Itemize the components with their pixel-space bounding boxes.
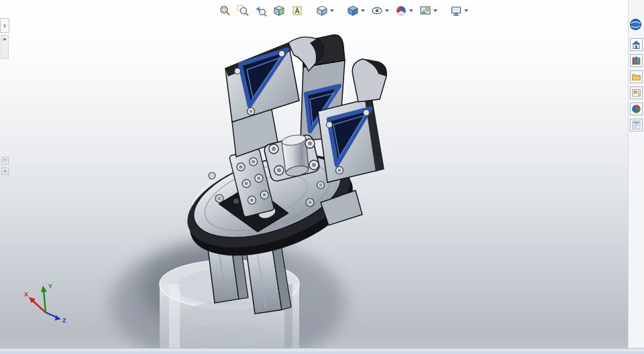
edit-appearance-button[interactable] [392,3,416,19]
zoom-to-area-icon [237,5,249,17]
display-style-button[interactable] [344,3,368,19]
view-orientation-icon [316,5,328,17]
viewport-3d[interactable]: X Y Z [0,0,644,354]
view-palette-icon [631,88,641,98]
expand-chevron-icon: › [3,21,6,30]
edit-appearance-dropdown[interactable] [409,9,413,12]
task-pane-toolbar [628,0,644,354]
dynamic-annotation-views-icon [291,5,303,17]
apply-scene-dropdown[interactable] [433,9,437,12]
file-explorer-button[interactable] [630,70,643,83]
hide-show-items-icon [371,5,383,17]
left-mini-scrollbar[interactable] [1,35,9,59]
view-orientation-dropdown[interactable] [330,9,334,12]
section-view-icon [273,5,285,17]
status-bar [0,348,644,354]
apply-scene-button[interactable] [417,3,440,19]
view-settings-dropdown[interactable] [464,9,468,12]
collapsed-panel-icon-2[interactable] [1,168,9,175]
view-settings-button[interactable] [447,3,471,19]
collapsed-panel-icon-1[interactable] [1,157,9,164]
home-button[interactable] [630,38,643,51]
custom-properties-button[interactable] [630,119,643,131]
feature-panel-expand-button[interactable]: › [0,18,9,33]
apply-scene-icon [419,5,431,17]
solidworks-window: X Y Z [0,0,644,354]
hide-show-items-dropdown[interactable] [385,9,389,12]
heads-up-toolbar [216,3,471,19]
zoom-to-fit-button[interactable] [216,3,233,19]
hide-show-items-button[interactable] [368,3,392,19]
reference-triad[interactable]: X Y Z [23,282,70,323]
design-library-button[interactable] [630,54,643,67]
zoom-to-fit-icon [219,5,231,17]
triad-z-label: Z [62,317,66,323]
triad-y-label: Y [48,283,52,290]
previous-view-icon [255,5,267,17]
model-robotic-gripper[interactable] [0,0,644,354]
display-style-icon [347,5,359,17]
toolbar-separator [441,11,447,11]
toolbar-separator [307,11,313,11]
custom-properties-icon [631,120,641,130]
solidworks-resources-icon [629,18,642,31]
design-library-icon [631,56,641,66]
appearances-scenes-button[interactable] [630,103,643,115]
triad-x-label: X [24,291,28,298]
dynamic-annotation-views-button[interactable] [288,3,306,19]
view-settings-icon [450,5,462,17]
previous-view-button[interactable] [252,3,270,19]
solidworks-resources-button[interactable] [629,17,643,32]
section-view-button[interactable] [270,3,288,19]
scroll-up-arrow-icon [3,38,7,40]
appearances-scenes-icon [631,104,641,114]
home-icon [631,40,641,50]
edit-appearance-icon [395,5,407,17]
view-palette-button[interactable] [630,86,643,99]
display-style-dropdown[interactable] [361,9,365,12]
view-orientation-button[interactable] [313,3,337,19]
file-explorer-icon [631,72,641,82]
toolbar-separator [337,11,343,11]
zoom-to-area-button[interactable] [234,3,252,19]
